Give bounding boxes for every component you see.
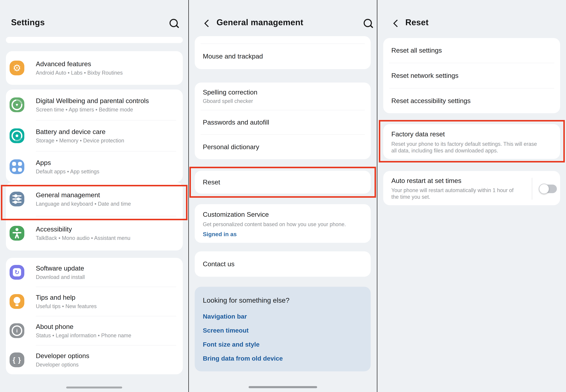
settings-card-system: ♥ Digital Wellbeing and parental control… (6, 89, 183, 182)
settings-item-apps[interactable]: Apps Default apps • App settings (6, 151, 183, 182)
reset-item-network-settings[interactable]: Reset network settings (383, 63, 560, 88)
item-subtitle: TalkBack • Mono audio • Assistant menu (36, 235, 130, 241)
search-icon[interactable] (364, 19, 372, 28)
item-subtitle: Developer options (36, 362, 89, 368)
settings-card-advanced: ⚙ Advanced features Android Auto • Labs … (6, 51, 183, 85)
settings-item-about-phone[interactable]: i About phone Status • Legal information… (6, 316, 183, 345)
item-title: General management (36, 191, 131, 199)
reset-item-auto-restart[interactable]: Auto restart at set times Your phone wil… (383, 171, 560, 205)
item-subtitle: Status • Legal information • Phone name (36, 333, 131, 339)
settings-item-software-update[interactable]: ↻ Software update Download and install (6, 258, 183, 287)
item-subtitle: Screen time • App timers • Bedtime mode (36, 107, 149, 113)
link-navigation-bar[interactable]: Navigation bar (203, 313, 363, 320)
gm-item-spelling-correction[interactable]: Spelling correction Gboard spell checker (195, 83, 371, 110)
link-screen-timeout[interactable]: Screen timeout (203, 327, 363, 334)
page-title: Reset (405, 17, 429, 27)
settings-item-digital-wellbeing[interactable]: ♥ Digital Wellbeing and parental control… (6, 89, 183, 120)
item-title: Passwords and autofill (203, 119, 371, 126)
item-subtitle: Gboard spell checker (203, 98, 371, 104)
auto-restart-toggle[interactable] (540, 184, 557, 193)
gm-item-passwords-autofill[interactable]: Passwords and autofill (195, 110, 371, 134)
gm-card-reset: Reset (195, 171, 371, 194)
scrolled-item-remnant (195, 36, 371, 43)
gm-card-input: Spelling correction Gboard spell checker… (195, 83, 371, 159)
reset-item-factory-data-reset[interactable]: Factory data reset Reset your phone to i… (383, 124, 560, 154)
reset-card-factory: Factory data reset Reset your phone to i… (383, 124, 560, 159)
digital-wellbeing-icon: ♥ (10, 98, 24, 112)
reset-screen: Reset Reset all settings Reset network s… (377, 0, 566, 392)
settings-item-tips-and-help[interactable]: Tips and help Useful tips • New features (6, 287, 183, 316)
item-title: Customization Service (203, 211, 363, 218)
settings-card-info: ↻ Software update Download and install T… (6, 258, 183, 374)
settings-card-management: General management Language and keyboard… (6, 182, 183, 251)
item-subtitle: Storage • Memory • Device protection (36, 138, 124, 144)
item-title: Reset accessibility settings (391, 97, 560, 105)
item-description: Reset your phone to its factory default … (391, 141, 543, 154)
item-title: Advanced features (36, 60, 123, 68)
item-description: Your phone will restart automatically wi… (391, 187, 521, 200)
item-title: Auto restart at set times (391, 177, 524, 184)
apps-icon (10, 159, 24, 174)
toggle-thumb (539, 184, 549, 194)
gesture-bar[interactable] (249, 386, 317, 388)
item-title: Digital Wellbeing and parental controls (36, 97, 149, 105)
reset-item-all-settings[interactable]: Reset all settings (383, 38, 560, 63)
item-subtitle: Android Auto • Labs • Bixby Routines (36, 70, 123, 76)
battery-device-care-icon (10, 128, 24, 143)
gm-card-top: Mouse and trackpad (195, 36, 371, 69)
gm-item-mouse-trackpad[interactable]: Mouse and trackpad (195, 44, 371, 69)
item-title: Personal dictionary (203, 143, 371, 151)
item-title: Apps (36, 159, 99, 167)
item-title: Accessibility (36, 225, 130, 233)
general-management-screen: General management Mouse and trackpad Sp… (189, 0, 377, 392)
search-icon[interactable] (169, 19, 178, 28)
gm-item-contact-us[interactable]: Contact us (195, 251, 371, 277)
back-icon[interactable] (204, 19, 212, 27)
item-subtitle: Language and keyboard • Date and time (36, 201, 131, 207)
item-subtitle: Default apps • App settings (36, 168, 99, 175)
advanced-features-icon: ⚙ (10, 61, 24, 75)
settings-item-developer-options[interactable]: { } Developer options Developer options (6, 345, 183, 374)
reset-item-accessibility-settings[interactable]: Reset accessibility settings (383, 88, 560, 113)
settings-item-advanced-features[interactable]: ⚙ Advanced features Android Auto • Labs … (6, 51, 183, 85)
back-icon[interactable] (393, 19, 401, 27)
link-bring-data-old-device[interactable]: Bring data from old device (203, 355, 363, 362)
gm-card-contact: Contact us (195, 251, 371, 277)
tips-help-icon (10, 294, 24, 309)
gm-card-customization: Customization Service Get personalized c… (195, 204, 371, 243)
item-title: Spelling correction (203, 88, 371, 96)
accessibility-icon (10, 226, 24, 241)
item-subtitle: Get personalized content based on how yo… (203, 221, 363, 227)
settings-item-battery-device-care[interactable]: Battery and device care Storage • Memory… (6, 120, 183, 151)
general-management-icon (10, 192, 24, 206)
link-font-size-style[interactable]: Font size and style (203, 341, 363, 348)
software-update-icon: ↻ (10, 265, 24, 280)
item-title: Tips and help (36, 294, 97, 301)
settings-item-accessibility[interactable]: Accessibility TalkBack • Mono audio • As… (6, 216, 183, 250)
page-title: General management (217, 17, 303, 27)
item-title: Reset (203, 178, 371, 186)
item-title: Developer options (36, 352, 89, 360)
gm-card-looking: Looking for something else? Navigation b… (195, 287, 371, 371)
item-title: Factory data reset (391, 130, 550, 138)
scrolled-card-remnant (6, 37, 183, 43)
item-subtitle: Download and install (36, 274, 85, 280)
divider (532, 178, 532, 200)
item-title: Battery and device care (36, 128, 124, 136)
reset-card-options: Reset all settings Reset network setting… (383, 38, 560, 113)
looking-title: Looking for something else? (203, 296, 363, 304)
page-title: Settings (11, 17, 45, 27)
item-title: Reset all settings (391, 47, 560, 54)
item-title: Software update (36, 265, 85, 272)
developer-options-icon: { } (10, 352, 24, 367)
item-title: About phone (36, 323, 131, 331)
gm-item-customization-service[interactable]: Customization Service Get personalized c… (195, 204, 371, 238)
gesture-bar[interactable] (66, 387, 122, 389)
item-title: Reset network settings (391, 72, 560, 80)
item-subtitle: Useful tips • New features (36, 303, 97, 309)
reset-card-auto-restart: Auto restart at set times Your phone wil… (383, 171, 560, 205)
gm-item-reset[interactable]: Reset (195, 171, 371, 194)
gm-item-personal-dictionary[interactable]: Personal dictionary (195, 135, 371, 159)
signed-in-as-link[interactable]: Signed in as (203, 231, 363, 238)
settings-item-general-management[interactable]: General management Language and keyboard… (6, 182, 183, 216)
